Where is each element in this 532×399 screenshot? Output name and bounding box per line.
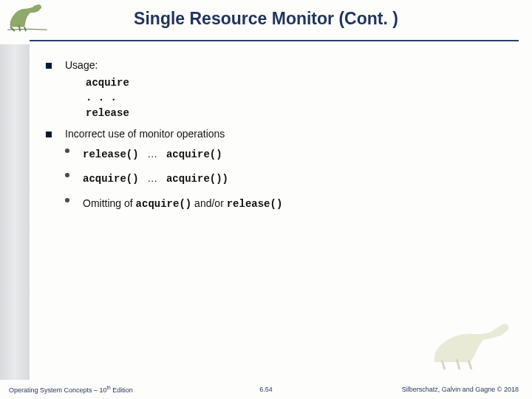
code-span: acquire()) (166, 173, 228, 185)
code-span: acquire() (83, 173, 139, 185)
slide-content: Usage: acquire . . . release Incorrect u… (46, 59, 510, 219)
usage-label: Usage: (65, 59, 98, 71)
code-span: release() (227, 198, 283, 210)
code-line: acquire (86, 75, 510, 90)
slide-header: Single Resource Monitor (Cont. ) (0, 0, 532, 44)
sub-bullet-2: acquire() … acquire()) (46, 168, 510, 189)
incorrect-label: Incorrect use of monitor operations (65, 128, 225, 140)
ellipsis: … (147, 172, 157, 184)
ellipsis: … (147, 148, 157, 160)
dot-bullet-icon (65, 198, 69, 202)
text-span: Omitting of (83, 197, 136, 209)
footer-page-number: 6.54 (259, 386, 273, 393)
code-span: acquire() (136, 198, 192, 210)
sub-bullet-1: release() … acquire() (46, 144, 510, 165)
left-sidebar-strip (0, 44, 30, 380)
code-span: release() (83, 149, 139, 160)
code-span: acquire() (166, 149, 222, 160)
dot-bullet-icon (65, 149, 69, 153)
usage-code-block: acquire . . . release (86, 75, 510, 120)
sub-text: Omitting of acquire() and/or release() (83, 194, 282, 214)
sub-text: release() … acquire() (83, 144, 222, 165)
slide-footer: Operating System Concepts – 10th Edition… (0, 380, 532, 399)
footer-copyright: Silberschatz, Galvin and Gagne © 2018 (402, 386, 519, 393)
dot-bullet-icon (65, 173, 69, 177)
bullet-incorrect: Incorrect use of monitor operations (46, 128, 510, 140)
dinosaur-top-icon (6, 3, 49, 34)
footer-edition: Edition (111, 386, 133, 394)
title-rule (30, 40, 519, 42)
sub-bullet-3: Omitting of acquire() and/or release() (46, 194, 510, 214)
code-line: . . . (86, 90, 510, 105)
footer-left: Operating System Concepts – 10th Edition (9, 385, 133, 394)
sub-text: acquire() … acquire()) (83, 168, 228, 189)
bullet-usage: Usage: (46, 59, 510, 71)
code-line: release (86, 106, 510, 120)
dinosaur-bottom-icon (427, 318, 516, 377)
square-bullet-icon (46, 132, 52, 137)
footer-book: Operating System Concepts – 10 (9, 386, 107, 394)
square-bullet-icon (46, 63, 52, 69)
slide-title: Single Resource Monitor (Cont. ) (0, 9, 532, 29)
text-span: and/or (191, 197, 226, 209)
